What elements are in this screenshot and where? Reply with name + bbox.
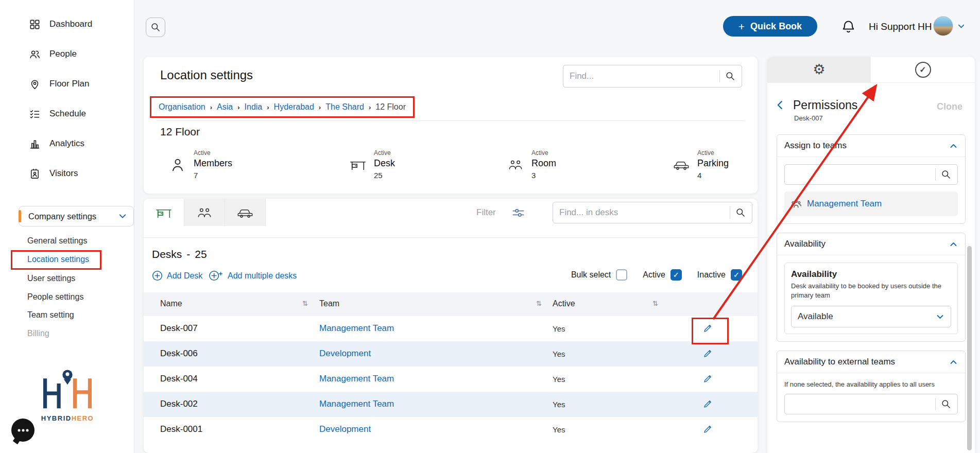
- chevron-up-icon: [949, 358, 958, 367]
- chevron-right-icon: ›: [369, 103, 371, 111]
- edit-desk-button[interactable]: [702, 348, 713, 359]
- desks-count: 25: [195, 248, 207, 260]
- panel-sections: Assign to teams Management Team Availabi…: [767, 133, 975, 422]
- sidebar-item-people[interactable]: People: [0, 43, 134, 65]
- find-input-field[interactable]: [570, 71, 716, 81]
- add-desk-button[interactable]: Add Desk: [152, 270, 202, 281]
- tab-parking[interactable]: [225, 199, 266, 226]
- external-team-search-field[interactable]: [791, 399, 932, 409]
- sidebar-item-schedule[interactable]: Schedule: [0, 102, 134, 125]
- inactive-filter-checkbox[interactable]: ✓: [731, 269, 742, 281]
- team-link[interactable]: Management Team: [319, 399, 394, 409]
- column-team: Team: [319, 299, 339, 308]
- input-divider: [935, 398, 936, 410]
- availability-section: Availability Availability Desk availabil…: [777, 233, 966, 342]
- tab-rooms[interactable]: [184, 199, 225, 226]
- filter-label[interactable]: Filter: [476, 207, 496, 218]
- filter-sliders-icon[interactable]: [511, 206, 525, 220]
- sidebar-item-general-settings[interactable]: General settings: [0, 232, 134, 250]
- table-header: Name ⇅ Team ⇅ Active ⇅: [144, 292, 758, 316]
- chevron-up-icon: [949, 142, 958, 150]
- breadcrumb-asia[interactable]: Asia: [217, 102, 233, 112]
- sidebar-item-floor-plan[interactable]: Floor Plan: [0, 73, 134, 95]
- tab-desks[interactable]: [144, 199, 184, 226]
- search-icon[interactable]: [941, 399, 951, 409]
- sort-icon[interactable]: ⇅: [302, 300, 308, 307]
- column-name: Name: [160, 299, 182, 308]
- sidebar-item-label: Visitors: [49, 168, 78, 179]
- dash: -: [186, 248, 190, 260]
- panel-tabs: ⚙ ✓: [767, 57, 975, 83]
- team-link[interactable]: Management Team: [319, 374, 394, 384]
- table-row: Desk-004 Management Team Yes: [144, 367, 758, 392]
- external-teams-header[interactable]: Availability to external teams: [777, 351, 965, 373]
- sidebar-item-billing[interactable]: Billing: [0, 324, 134, 343]
- breadcrumb-india[interactable]: India: [245, 102, 263, 112]
- sidebar-item-user-settings[interactable]: User settings: [0, 269, 134, 288]
- sidebar-item-visitors[interactable]: Visitors: [0, 162, 134, 185]
- bulk-select-checkbox[interactable]: [616, 269, 627, 281]
- pencil-icon: [702, 323, 713, 334]
- team-link[interactable]: Development: [319, 349, 371, 359]
- search-icon: [150, 22, 161, 32]
- global-search-button[interactable]: [146, 18, 165, 37]
- tab-settings[interactable]: ⚙: [767, 57, 871, 82]
- assign-team-search-field[interactable]: [791, 169, 932, 180]
- pencil-icon: [702, 424, 713, 434]
- stat-tag: Active: [531, 149, 556, 156]
- breadcrumb-the-shard[interactable]: The Shard: [325, 102, 364, 112]
- external-team-search[interactable]: [784, 394, 958, 414]
- active-filter-checkbox[interactable]: ✓: [670, 269, 682, 281]
- sidebar-item-analytics[interactable]: Analytics: [0, 132, 134, 155]
- company-settings-dropdown[interactable]: Company settings: [19, 206, 134, 226]
- sidebar-item-dashboard[interactable]: Dashboard: [0, 13, 134, 36]
- user-menu-button[interactable]: [956, 22, 967, 30]
- gear-icon: ⚙: [813, 61, 825, 78]
- column-active: Active: [553, 299, 575, 308]
- chevron-left-icon: [775, 99, 786, 111]
- edit-desk-button[interactable]: [702, 424, 713, 434]
- breadcrumb-organisation[interactable]: Organisation: [159, 102, 205, 112]
- avatar[interactable]: [933, 16, 953, 36]
- edit-desk-button[interactable]: [702, 323, 713, 334]
- quick-book-button[interactable]: + Quick Book: [723, 16, 817, 37]
- assign-team-search[interactable]: [784, 164, 958, 185]
- plus-icon: +: [738, 21, 745, 32]
- search-icon[interactable]: [941, 169, 951, 180]
- notifications-button[interactable]: [840, 18, 856, 35]
- team-link[interactable]: Development: [319, 424, 371, 434]
- edit-desk-button[interactable]: [702, 373, 713, 384]
- edit-desk-button[interactable]: [702, 398, 713, 409]
- stat-label: Members: [194, 158, 232, 169]
- pencil-icon: [702, 348, 713, 359]
- chevron-right-icon: ›: [237, 103, 239, 111]
- stat-tag: Active: [374, 149, 395, 156]
- find-desks-input-field[interactable]: [559, 207, 727, 218]
- add-multiple-desks-button[interactable]: Add multiple desks: [209, 270, 297, 281]
- sidebar-item-location-settings[interactable]: Location settings: [0, 250, 134, 269]
- back-button[interactable]: [775, 99, 786, 111]
- sidebar-item-people-settings[interactable]: People settings: [0, 288, 134, 306]
- sort-icon[interactable]: ⇅: [652, 300, 658, 307]
- team-link[interactable]: Management Team: [319, 323, 394, 334]
- chat-widget-button[interactable]: [11, 419, 35, 442]
- availability-select[interactable]: Available: [791, 306, 951, 327]
- find-input[interactable]: [563, 65, 742, 88]
- availability-header[interactable]: Availability: [777, 233, 965, 255]
- assign-to-teams-header[interactable]: Assign to teams: [777, 135, 965, 157]
- clone-button[interactable]: Clone: [937, 101, 962, 112]
- stat-value: 4: [697, 171, 729, 180]
- breadcrumb-hyderabad[interactable]: Hyderabad: [274, 102, 314, 112]
- sidebar-item-team-setting[interactable]: Team setting: [0, 306, 134, 324]
- sort-icon[interactable]: ⇅: [536, 300, 542, 307]
- assigned-team-item[interactable]: Management Team: [784, 191, 958, 216]
- search-icon[interactable]: [735, 207, 746, 218]
- people-icon: [29, 48, 41, 60]
- table-row: Desk-007 Management Team Yes: [144, 316, 758, 341]
- car-icon: [673, 156, 690, 173]
- find-desks-input[interactable]: [553, 202, 752, 223]
- search-icon[interactable]: [725, 71, 735, 81]
- tab-permissions[interactable]: ✓: [871, 57, 975, 82]
- bell-icon: [840, 18, 856, 35]
- scrollbar-thumb[interactable]: [967, 246, 972, 450]
